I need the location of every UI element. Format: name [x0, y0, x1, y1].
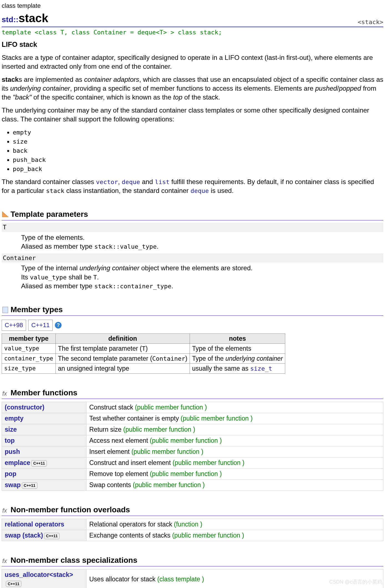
- table-row: swapC++11Swap contents (public member fu…: [2, 480, 383, 491]
- op-item: back: [13, 146, 383, 155]
- function-description: Test whether container is empty (public …: [86, 413, 383, 424]
- param-t-desc: Type of the elements. Aliased as member …: [21, 233, 383, 251]
- function-link[interactable]: push: [5, 448, 20, 455]
- function-link[interactable]: top: [5, 437, 15, 444]
- deque-link2[interactable]: deque: [190, 187, 209, 194]
- intro-p1: Stacks are a type of container adaptor, …: [2, 53, 383, 71]
- function-description: Construct and insert element (public mem…: [86, 457, 383, 469]
- function-link[interactable]: relational operators: [5, 521, 64, 528]
- function-link[interactable]: (constructor): [5, 404, 44, 411]
- function-link[interactable]: pop: [5, 470, 16, 477]
- vector-link[interactable]: vector: [96, 179, 118, 185]
- table-row: topAccess next element (public member fu…: [2, 435, 383, 446]
- intro-p3: The underlying container may be any of t…: [2, 106, 383, 124]
- function-description: Remove top element (public member functi…: [86, 469, 383, 480]
- tab-cpp98[interactable]: C++98: [2, 320, 26, 331]
- table-row: size_type an unsigned integral type usua…: [2, 364, 285, 374]
- list-link[interactable]: list: [155, 179, 170, 185]
- param-container: Container: [2, 253, 383, 263]
- svg-text:fx: fx: [2, 558, 7, 564]
- table-row: container_type The second template param…: [2, 354, 285, 364]
- param-t: T: [2, 223, 383, 232]
- table-row: relational operatorsRelational operators…: [2, 519, 383, 530]
- page-category: class template: [2, 2, 383, 10]
- function-link[interactable]: swap: [5, 481, 21, 488]
- function-description: Construct stack (public member function …: [86, 402, 383, 413]
- cxx11-badge: C++11: [22, 482, 37, 489]
- cxx11-badge: C++11: [31, 460, 47, 467]
- specializations-table: uses_allocator<stack>C++11Uses allocator…: [2, 569, 383, 588]
- class-name: stack: [19, 12, 48, 25]
- intro-p4: The standard container classes vector, d…: [2, 177, 383, 195]
- table-header-row: member typedefinitionnotes: [2, 334, 285, 343]
- fx-icon: fx: [2, 557, 9, 564]
- subtitle: LIFO stack: [2, 40, 383, 49]
- page-title: std::stack: [2, 11, 48, 26]
- svg-marker-0: [2, 212, 8, 217]
- fx-icon: fx: [2, 390, 9, 397]
- size-t-link[interactable]: size_t: [250, 365, 272, 372]
- namespace: std::: [2, 15, 19, 24]
- table-row: emptyTest whether container is empty (pu…: [2, 413, 383, 424]
- page-icon: [2, 306, 9, 314]
- op-item: pop_back: [13, 164, 383, 174]
- cxx11-badge: C++11: [6, 581, 21, 587]
- template-declaration: template <class T, class Container = deq…: [2, 27, 383, 38]
- function-description: Swap contents (public member function ): [86, 480, 383, 491]
- function-link[interactable]: emplace: [5, 459, 30, 466]
- header-tag: <stack>: [358, 18, 383, 26]
- section-member-functions: fx Member functions: [2, 388, 383, 399]
- section-member-types: Member types: [2, 304, 383, 316]
- table-row: value_type The first template parameter …: [2, 343, 285, 353]
- op-item: empty: [13, 128, 383, 137]
- svg-text:fx: fx: [2, 390, 7, 397]
- function-description: Exchange contents of stacks (public memb…: [86, 530, 383, 541]
- nonmember-functions-table: relational operatorsRelational operators…: [2, 519, 383, 541]
- title-bar: std::stack <stack>: [2, 11, 383, 27]
- section-template-parameters: Template parameters: [2, 209, 383, 220]
- deque-link[interactable]: deque: [122, 179, 140, 185]
- member-functions-table: (constructor)Construct stack (public mem…: [2, 402, 383, 491]
- help-icon[interactable]: ?: [55, 322, 62, 329]
- function-link[interactable]: size: [5, 426, 17, 433]
- op-item: push_back: [13, 155, 383, 164]
- stack-bold: stack: [2, 76, 19, 83]
- table-row: (constructor)Construct stack (public mem…: [2, 402, 383, 413]
- table-row: sizeReturn size (public member function …: [2, 424, 383, 435]
- table-row: pushInsert element (public member functi…: [2, 446, 383, 457]
- cxx11-badge: C++11: [44, 533, 60, 539]
- tab-cpp11[interactable]: C++11: [28, 320, 53, 331]
- intro-p2: stacks are implemented as container adap…: [2, 75, 383, 102]
- member-types-table: member typedefinitionnotes value_type Th…: [2, 334, 285, 374]
- function-description: Return size (public member function ): [86, 424, 383, 435]
- param-container-desc: Type of the internal underlying containe…: [21, 264, 383, 291]
- function-description: Access next element (public member funct…: [86, 435, 383, 446]
- version-tabs: C++98 C++11 ?: [2, 320, 383, 331]
- table-row: popRemove top element (public member fun…: [2, 469, 383, 480]
- function-description: Relational operators for stack (function…: [86, 519, 383, 530]
- function-link[interactable]: uses_allocator<stack>: [5, 571, 73, 578]
- function-link[interactable]: empty: [5, 415, 24, 422]
- function-link[interactable]: swap (stack): [5, 532, 43, 539]
- section-nonmember-specializations: fx Non-member class specializations: [2, 555, 383, 566]
- table-row: swap (stack)C++11Exchange contents of st…: [2, 530, 383, 541]
- table-row: emplaceC++11Construct and insert element…: [2, 457, 383, 469]
- function-description: Insert element (public member function ): [86, 446, 383, 457]
- triangle-icon: [2, 211, 9, 218]
- table-row: uses_allocator<stack>C++11Uses allocator…: [2, 569, 383, 588]
- section-nonmember-overloads: fx Non-member function overloads: [2, 505, 383, 516]
- watermark: CSDN @c语言的小菜鸡: [329, 579, 382, 585]
- ops-list: empty size back push_back pop_back: [13, 128, 383, 174]
- fx-icon: fx: [2, 506, 9, 514]
- op-item: size: [13, 137, 383, 146]
- svg-rect-1: [2, 307, 8, 313]
- svg-text:fx: fx: [2, 507, 7, 514]
